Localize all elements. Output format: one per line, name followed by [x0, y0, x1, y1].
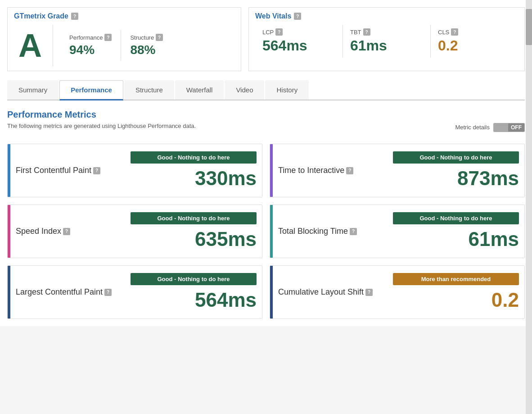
grade-structure-item: Structure ? 88%: [121, 30, 172, 61]
cls-help-icon[interactable]: ?: [451, 28, 458, 36]
metric-details-toggle[interactable]: OFF: [493, 123, 525, 132]
tab-bar: Summary Performance Structure Waterfall …: [7, 80, 525, 100]
fcp-value: 330ms: [195, 167, 257, 190]
tti-help-icon[interactable]: ?: [346, 167, 353, 174]
tbt-right: Good - Nothing to do here 61ms: [393, 212, 519, 250]
tti-inner: Time to Interactive ? Good - Nothing to …: [273, 144, 524, 197]
performance-section: Performance Metrics The following metric…: [7, 109, 525, 319]
vitals-help-icon[interactable]: ?: [294, 13, 301, 20]
lcp-right: Good - Nothing to do here 564ms: [131, 273, 257, 311]
metric-details-label: Metric details: [455, 124, 490, 131]
vital-cls-value: 0.2: [438, 37, 511, 54]
cls-inner: Cumulative Layout Shift ? More than reco…: [273, 266, 524, 318]
si-help-icon[interactable]: ?: [63, 228, 70, 235]
performance-help-icon[interactable]: ?: [104, 34, 112, 41]
si-name: Speed Index ?: [16, 227, 70, 236]
grade-metrics: Performance ? 94% Structure ? 88%: [60, 30, 172, 61]
performance-section-desc: The following metrics are generated usin…: [7, 123, 196, 129]
tbt-name: Total Blocking Time ?: [278, 227, 357, 236]
si-badge: Good - Nothing to do here: [131, 212, 257, 224]
vital-cls-label: CLS ?: [438, 28, 511, 36]
tbt-help-icon[interactable]: ?: [350, 228, 357, 235]
scrollbar-thumb[interactable]: [526, 9, 532, 45]
fcp-right: Good - Nothing to do here 330ms: [131, 151, 257, 190]
grade-help-icon[interactable]: ?: [71, 13, 78, 20]
grade-title-text: GTmetrix Grade: [14, 12, 68, 20]
vital-cls: CLS ? 0.2: [431, 25, 518, 58]
structure-help-icon[interactable]: ?: [156, 34, 163, 41]
metrics-grid: First Contentful Paint ? Good - Nothing …: [7, 144, 525, 319]
metric-card-tbt: Total Blocking Time ? Good - Nothing to …: [270, 205, 525, 258]
tab-performance[interactable]: Performance: [59, 80, 123, 100]
grade-performance-label: Performance ?: [69, 34, 112, 41]
grade-title: GTmetrix Grade ?: [14, 12, 234, 20]
cls-right: More than recommended 0.2: [393, 273, 519, 311]
vital-lcp-label: LCP ?: [262, 28, 335, 36]
scrollbar[interactable]: [526, 0, 532, 326]
lcp-help-icon[interactable]: ?: [275, 28, 283, 36]
lcp-inner: Largest Contentful Paint ? Good - Nothin…: [10, 266, 262, 318]
grade-structure-label: Structure ?: [130, 34, 163, 41]
tab-video[interactable]: Video: [225, 80, 264, 100]
tti-name: Time to Interactive ?: [278, 166, 353, 175]
performance-section-title: Performance Metrics: [7, 109, 525, 120]
metric-details-row: Metric details OFF: [455, 123, 525, 132]
lcp-metric-value: 564ms: [195, 289, 257, 311]
si-value: 635ms: [195, 228, 257, 250]
lcp-name: Largest Contentful Paint ?: [16, 287, 112, 297]
tab-structure[interactable]: Structure: [124, 80, 174, 100]
vital-tbt: TBT ? 61ms: [343, 25, 431, 58]
vital-lcp: LCP ? 564ms: [255, 25, 343, 58]
tab-waterfall[interactable]: Waterfall: [175, 80, 224, 100]
vital-tbt-label: TBT ?: [350, 28, 423, 36]
top-section: GTmetrix Grade ? A Performance ? 94%: [7, 7, 525, 71]
cls-name: Cumulative Layout Shift ?: [278, 287, 373, 297]
toggle-track: [494, 123, 508, 132]
tbt-help-icon[interactable]: ?: [363, 28, 370, 36]
grade-performance-item: Performance ? 94%: [60, 30, 121, 61]
grade-letter: A: [14, 25, 53, 66]
tti-value: 873ms: [457, 167, 519, 190]
fcp-badge: Good - Nothing to do here: [131, 151, 257, 164]
tbt-value: 61ms: [468, 228, 519, 250]
tab-summary[interactable]: Summary: [7, 80, 59, 100]
metric-card-lcp: Largest Contentful Paint ? Good - Nothin…: [7, 265, 262, 319]
cls-metric-value: 0.2: [491, 289, 519, 311]
page-wrapper: GTmetrix Grade ? A Performance ? 94%: [0, 0, 532, 326]
tti-badge: Good - Nothing to do here: [393, 151, 519, 164]
grade-box: GTmetrix Grade ? A Performance ? 94%: [7, 7, 241, 71]
tti-right: Good - Nothing to do here 873ms: [393, 151, 519, 190]
grade-performance-value: 94%: [69, 43, 112, 57]
tab-history[interactable]: History: [265, 80, 309, 100]
fcp-name: First Contentful Paint ?: [16, 166, 100, 175]
si-right: Good - Nothing to do here 635ms: [131, 212, 257, 250]
metric-card-cls: Cumulative Layout Shift ? More than reco…: [270, 265, 525, 319]
metric-card-fcp: First Contentful Paint ? Good - Nothing …: [7, 144, 262, 197]
cls-metric-help-icon[interactable]: ?: [365, 289, 373, 296]
fcp-inner: First Contentful Paint ? Good - Nothing …: [10, 144, 262, 197]
fcp-help-icon[interactable]: ?: [93, 167, 100, 174]
vitals-title: Web Vitals ?: [255, 12, 518, 20]
toggle-label: OFF: [508, 123, 524, 132]
lcp-metric-help-icon[interactable]: ?: [104, 289, 112, 296]
tbt-inner: Total Blocking Time ? Good - Nothing to …: [273, 205, 524, 258]
vitals-content: LCP ? 564ms TBT ? 61ms CLS ?: [255, 25, 518, 58]
grade-structure-value: 88%: [130, 43, 163, 57]
metric-card-tti: Time to Interactive ? Good - Nothing to …: [270, 144, 525, 197]
vital-tbt-value: 61ms: [350, 37, 423, 54]
si-inner: Speed Index ? Good - Nothing to do here …: [10, 205, 262, 258]
cls-badge: More than recommended: [393, 273, 519, 285]
grade-content: A Performance ? 94% Structure ?: [14, 25, 234, 66]
tbt-badge: Good - Nothing to do here: [393, 212, 519, 224]
vital-lcp-value: 564ms: [262, 37, 335, 54]
lcp-badge: Good - Nothing to do here: [131, 273, 257, 285]
metric-card-si: Speed Index ? Good - Nothing to do here …: [7, 205, 262, 258]
vitals-box: Web Vitals ? LCP ? 564ms TBT ? 61ms: [248, 7, 525, 71]
